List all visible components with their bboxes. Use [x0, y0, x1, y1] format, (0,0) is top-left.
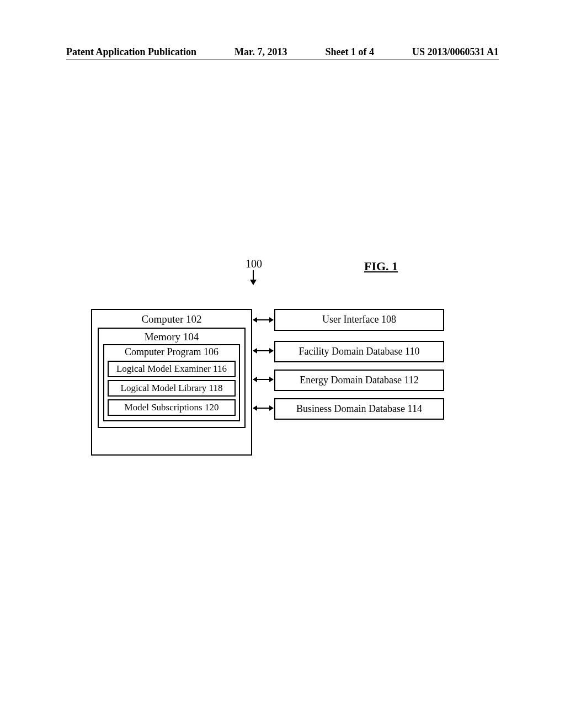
header-date: Mar. 7, 2013: [234, 46, 287, 58]
computer-label: Computer 102: [92, 313, 251, 325]
library-block: Logical Model Library 118: [108, 380, 236, 397]
memory-block: Memory 104 Computer Program 106 Logical …: [98, 328, 246, 428]
header-pubno: US 2013/0060531 A1: [412, 46, 499, 58]
facility-db-block: Facility Domain Database 110: [274, 341, 444, 362]
business-db-block: Business Domain Database 114: [274, 398, 444, 420]
user-interface-block: User Interface 108: [274, 309, 444, 331]
connector-arrow-icon: [253, 350, 273, 351]
figure-label: FIG. 1: [364, 259, 398, 274]
header-publication: Patent Application Publication: [66, 46, 196, 58]
energy-db-block: Energy Domain Database 112: [274, 370, 444, 391]
header-sheet: Sheet 1 of 4: [325, 46, 374, 58]
connector-arrow-icon: [253, 319, 273, 320]
header-rule: [66, 60, 499, 60]
program-block: Computer Program 106 Logical Model Exami…: [103, 344, 240, 421]
connector-arrow-icon: [253, 379, 273, 380]
reference-arrow-icon: [253, 270, 254, 285]
computer-block: Computer 102 Memory 104 Computer Program…: [91, 309, 252, 456]
connector-arrow-icon: [253, 408, 273, 409]
subscriptions-block: Model Subscriptions 120: [108, 399, 236, 416]
figure-reference-number: 100: [246, 258, 262, 270]
page-header: Patent Application Publication Mar. 7, 2…: [66, 46, 499, 58]
program-label: Computer Program 106: [108, 346, 236, 358]
examiner-block: Logical Model Examiner 116: [108, 361, 236, 377]
memory-label: Memory 104: [103, 331, 240, 343]
